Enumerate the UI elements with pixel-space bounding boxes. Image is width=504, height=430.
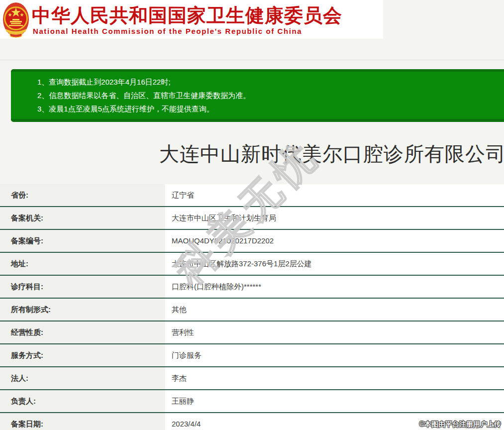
table-row: 备案机关: 大连市中山区卫生和计划生育局 — [0, 207, 504, 230]
field-value: 大连市中山区卫生和计划生育局 — [165, 207, 504, 229]
field-label: 服务方式: — [0, 344, 165, 366]
table-row: 负责人: 王丽静 — [0, 390, 504, 413]
notice-box: 1、查询数据截止到2023年4月16日22时; 2、信息数据结果以各省、自治区、… — [11, 69, 504, 122]
field-label: 经营性质: — [0, 322, 165, 343]
table-row: 地址: 大连市中山区解放路372-376号1层2层公建 — [0, 253, 504, 276]
field-value: 营利性 — [165, 322, 504, 343]
table-row: 备案编号: MAOUQ4DY821020217D2202 — [0, 230, 504, 253]
field-label: 诊疗科目: — [0, 276, 165, 298]
field-value: 其他 — [165, 299, 504, 321]
field-value: MAOUQ4DY821020217D2202 — [165, 230, 504, 252]
table-row: 法人: 李杰 — [0, 367, 504, 390]
table-row: 省份: 辽宁省 — [0, 184, 504, 207]
field-value: 李杰 — [165, 367, 504, 389]
field-label: 地址: — [0, 253, 165, 275]
table-row: 经营性质: 营利性 — [0, 322, 504, 344]
site-header: 中华人民共和国国家卫生健康委员会 National Health Commiss… — [0, 0, 383, 39]
field-label: 备案编号: — [0, 230, 165, 252]
record-table: 省份: 辽宁省 备案机关: 大连市中山区卫生和计划生育局 备案编号: MAOUQ… — [0, 184, 504, 430]
field-label: 法人: — [0, 367, 165, 389]
upload-stamp: ©本图由平台注册用户上传 — [419, 420, 501, 429]
field-value: 大连市中山区解放路372-376号1层2层公建 — [165, 253, 504, 275]
field-value: 门诊服务 — [165, 344, 504, 366]
field-label: 备案日期: — [0, 413, 165, 430]
notice-line-3: 3、凌晨1点至凌晨5点系统进行维护，不能提供查询。 — [37, 102, 504, 115]
field-value: 辽宁省 — [165, 184, 504, 206]
header-divider — [0, 60, 504, 60]
field-label: 备案机关: — [0, 207, 165, 229]
field-label: 负责人: — [0, 390, 165, 412]
page-title: 大连中山新时代美尔口腔诊所有限公司 — [159, 140, 504, 168]
notice-line-1: 1、查询数据截止到2023年4月16日22时; — [37, 75, 504, 89]
header-title-cn: 中华人民共和国国家卫生健康委员会 — [32, 3, 342, 28]
notice-line-2: 2、信息数据结果以各省、自治区、直辖市卫生健康委数据为准。 — [37, 89, 504, 102]
header-title-en: National Health Commission of the People… — [33, 27, 302, 35]
field-value: 口腔科(口腔种植除外)****** — [165, 276, 504, 298]
table-row: 诊疗科目: 口腔科(口腔种植除外)****** — [0, 276, 504, 299]
china-national-emblem-icon — [2, 1, 29, 38]
table-row: 所有制形式: 其他 — [0, 299, 504, 322]
field-value: 王丽静 — [165, 390, 504, 412]
field-label: 所有制形式: — [0, 299, 165, 321]
table-row: 服务方式: 门诊服务 — [0, 344, 504, 367]
field-label: 省份: — [0, 184, 165, 206]
